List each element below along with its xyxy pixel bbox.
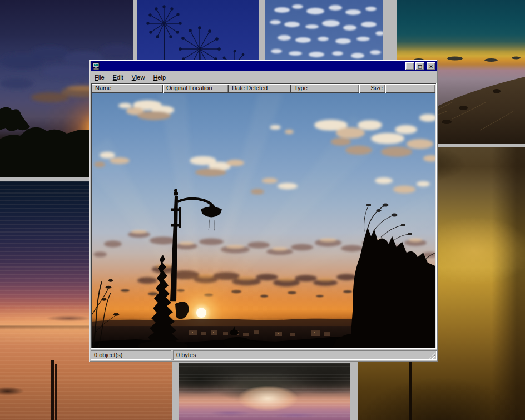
close-button[interactable]: × (427, 62, 435, 70)
menu-edit[interactable]: Edit (110, 73, 127, 82)
column-header-original-location[interactable]: Original Location (163, 84, 229, 93)
window-controls: _□× (404, 62, 435, 70)
status-object-count: 0 object(s) (91, 350, 171, 360)
column-header-blank[interactable] (385, 84, 435, 93)
menu-file[interactable]: File (91, 73, 108, 82)
background-photo-water-reflection (179, 363, 350, 420)
recycle-bin-window: _□× FileEditViewHelp NameOriginal Locati… (89, 60, 438, 362)
shore-rocks-silhouette (0, 387, 24, 396)
listview-photo-background[interactable] (92, 93, 435, 348)
water-post-silhouette (51, 360, 54, 420)
column-header-type[interactable]: Type (291, 84, 359, 93)
minimize-button[interactable]: _ (405, 62, 414, 70)
sunset-lamp-photo (92, 93, 435, 348)
desktop: _□× FileEditViewHelp NameOriginal Locati… (0, 0, 525, 420)
maximize-button[interactable]: □ (415, 62, 424, 70)
computer-monitor-icon (92, 62, 100, 70)
menu-bar: FileEditViewHelp (91, 71, 437, 83)
title-bar[interactable]: _□× (91, 61, 437, 71)
recycle-bin-listview[interactable]: NameOriginal LocationDate DeletedTypeSiz… (91, 83, 437, 349)
water-post-silhouette (55, 364, 57, 420)
menu-view[interactable]: View (128, 73, 148, 82)
status-size: 0 bytes (173, 350, 437, 360)
pole-silhouette (409, 362, 412, 420)
column-header-size[interactable]: Size (359, 84, 385, 93)
column-header-row: NameOriginal LocationDate DeletedTypeSiz… (92, 84, 435, 93)
column-header-date-deleted[interactable]: Date Deleted (229, 84, 291, 93)
menu-help[interactable]: Help (150, 73, 169, 82)
status-bar: 0 object(s) 0 bytes (91, 350, 437, 360)
column-header-name[interactable]: Name (92, 84, 163, 93)
